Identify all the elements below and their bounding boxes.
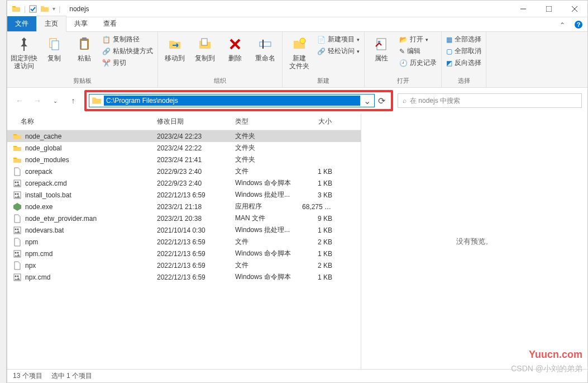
qat-separator: | bbox=[59, 5, 60, 13]
file-type: 文件夹 bbox=[231, 131, 298, 141]
select-all-button[interactable]: ▦全部选择 bbox=[445, 34, 482, 45]
svg-point-33 bbox=[17, 252, 19, 253]
new-group-label: 新建 bbox=[286, 75, 361, 85]
file-type: Windows 命令脚本 bbox=[231, 272, 298, 282]
file-row[interactable]: node_global2023/2/4 22:22文件夹 bbox=[7, 142, 361, 154]
refresh-button[interactable]: ⟳ bbox=[375, 96, 389, 106]
ribbon-collapse-icon[interactable]: ⌃ bbox=[555, 19, 570, 31]
nav-forward-button[interactable]: → bbox=[31, 94, 44, 107]
paste-button[interactable]: 粘贴 bbox=[71, 34, 98, 62]
file-row[interactable]: nodevars.bat2021/10/14 0:30Windows 批处理..… bbox=[7, 224, 361, 236]
edit-button[interactable]: ✎编辑 bbox=[398, 46, 438, 56]
svg-point-26 bbox=[17, 193, 19, 195]
rename-label: 重命名 bbox=[255, 54, 275, 62]
copy-icon bbox=[45, 35, 63, 53]
file-name: corepack bbox=[25, 168, 52, 176]
rename-button[interactable]: 重命名 bbox=[252, 34, 279, 62]
file-row[interactable]: npm.cmd2022/12/13 6:59Windows 命令脚本1 KB bbox=[7, 248, 361, 259]
nav-back-button[interactable]: ← bbox=[13, 94, 26, 107]
new-item-button[interactable]: 📄新建项目▾ bbox=[316, 34, 361, 45]
file-type: 文件 bbox=[231, 237, 298, 247]
copy-to-button[interactable]: 复制到 bbox=[192, 34, 218, 62]
file-row[interactable]: node_modules2023/2/4 21:41文件夹 bbox=[7, 154, 361, 166]
svg-rect-0 bbox=[30, 6, 36, 12]
new-folder-button[interactable]: 新建 文件夹 bbox=[286, 34, 313, 70]
tab-share[interactable]: 共享 bbox=[66, 16, 95, 31]
folder-icon bbox=[13, 132, 22, 141]
file-date: 2023/2/1 21:18 bbox=[152, 203, 231, 211]
copy-path-button[interactable]: 📋复制路径 bbox=[101, 34, 154, 45]
file-row[interactable]: node_cache2023/2/4 22:23文件夹 bbox=[7, 130, 361, 142]
file-row[interactable]: node.exe2023/2/1 21:18应用程序68,275 KB bbox=[7, 201, 361, 212]
svg-point-32 bbox=[15, 252, 17, 253]
file-name: node.exe bbox=[25, 203, 52, 211]
search-input[interactable]: ⌕ 在 nodejs 中搜索 bbox=[398, 93, 582, 108]
address-dropdown-icon[interactable]: ⌄ bbox=[360, 96, 374, 106]
file-type: 文件夹 bbox=[231, 143, 298, 153]
file-row[interactable]: corepack.cmd2022/9/23 2:40Windows 命令脚本1 … bbox=[7, 177, 361, 189]
file-row[interactable]: node_etw_provider.man2023/2/1 20:38MAN 文… bbox=[7, 212, 361, 224]
col-size[interactable]: 大小 bbox=[298, 114, 337, 130]
copy-to-icon bbox=[196, 35, 214, 53]
search-placeholder: 在 nodejs 中搜索 bbox=[410, 96, 460, 106]
file-date: 2022/9/23 2:40 bbox=[152, 168, 231, 176]
nav-recent-dropdown[interactable]: ⌄ bbox=[49, 94, 62, 107]
bat-icon bbox=[13, 191, 22, 200]
file-row[interactable]: npm2022/12/13 6:59文件2 KB bbox=[7, 236, 361, 248]
nav-up-button[interactable]: ↑ bbox=[66, 94, 80, 107]
open-button[interactable]: 📂打开▾ bbox=[398, 34, 438, 45]
file-size: 68,275 KB bbox=[298, 203, 337, 211]
organize-group-label: 组织 bbox=[161, 75, 279, 85]
file-type: 文件 bbox=[231, 261, 298, 270]
chevron-down-icon: ▾ bbox=[357, 49, 360, 54]
open-group-label: 打开 bbox=[368, 75, 438, 85]
move-to-button[interactable]: 移动到 bbox=[161, 34, 188, 62]
copy-button[interactable]: 复制 bbox=[41, 34, 68, 62]
history-button[interactable]: 🕘历史记录 bbox=[398, 58, 438, 68]
tab-view[interactable]: 查看 bbox=[95, 16, 125, 31]
maximize-button[interactable] bbox=[536, 1, 562, 17]
cut-button[interactable]: ✂️剪切 bbox=[101, 58, 154, 68]
svg-point-23 bbox=[17, 181, 19, 183]
file-row[interactable]: corepack2022/9/23 2:40文件1 KB bbox=[7, 166, 361, 177]
minimize-button[interactable] bbox=[510, 1, 536, 17]
file-name: npx.cmd bbox=[25, 273, 50, 281]
file-name: npm bbox=[25, 238, 38, 246]
tab-home[interactable]: 主页 bbox=[36, 16, 66, 32]
tab-file[interactable]: 文件 bbox=[7, 16, 36, 31]
properties-button[interactable]: 属性 bbox=[368, 34, 395, 62]
delete-icon bbox=[226, 35, 244, 53]
qat-separator: | bbox=[24, 5, 26, 13]
watermark-csdn: CSDN @小刘的弟弟 bbox=[511, 364, 582, 374]
file-name: corepack.cmd bbox=[25, 179, 67, 187]
select-none-button[interactable]: ▢全部取消 bbox=[445, 46, 482, 56]
col-type[interactable]: 类型 bbox=[231, 114, 298, 130]
file-row[interactable]: npx2022/12/13 6:59文件2 KB bbox=[7, 259, 361, 271]
address-bar[interactable]: C:\Program Files\nodejs ⌄ bbox=[89, 94, 375, 107]
col-name[interactable]: 名称 bbox=[7, 114, 152, 130]
address-path[interactable]: C:\Program Files\nodejs bbox=[104, 96, 360, 106]
file-type: 文件夹 bbox=[231, 155, 298, 164]
file-row[interactable]: npx.cmd2022/12/13 6:59Windows 命令脚本1 KB bbox=[7, 271, 361, 283]
close-button[interactable] bbox=[562, 1, 587, 17]
file-row[interactable]: install_tools.bat2022/12/13 6:59Windows … bbox=[7, 189, 361, 201]
col-date[interactable]: 修改日期 bbox=[152, 114, 231, 130]
checkbox-icon[interactable] bbox=[29, 5, 37, 13]
content-area: 名称 修改日期 类型 大小 node_cache2023/2/4 22:23文件… bbox=[7, 114, 587, 369]
file-name: npm.cmd bbox=[25, 250, 52, 258]
paste-shortcut-button[interactable]: 🔗粘贴快捷方式 bbox=[101, 46, 154, 56]
copy-label: 复制 bbox=[47, 54, 61, 62]
easy-access-button[interactable]: 🔗轻松访问▾ bbox=[316, 46, 361, 56]
svg-rect-2 bbox=[546, 6, 552, 12]
titlebar: | ▾ | nodejs bbox=[7, 1, 587, 17]
pin-button[interactable]: 固定到快 速访问 bbox=[11, 34, 37, 70]
help-icon[interactable]: ? bbox=[570, 18, 587, 31]
file-type: Windows 批处理... bbox=[231, 190, 298, 200]
file-date: 2022/12/13 6:59 bbox=[152, 191, 231, 199]
clipboard-group-label: 剪贴板 bbox=[11, 75, 154, 85]
file-type: Windows 批处理... bbox=[231, 225, 298, 235]
invert-selection-button[interactable]: ◩反向选择 bbox=[445, 58, 482, 68]
delete-button[interactable]: 删除 bbox=[222, 34, 248, 62]
file-date: 2021/10/14 0:30 bbox=[152, 226, 231, 234]
qat-dropdown-icon[interactable]: ▾ bbox=[52, 6, 55, 12]
